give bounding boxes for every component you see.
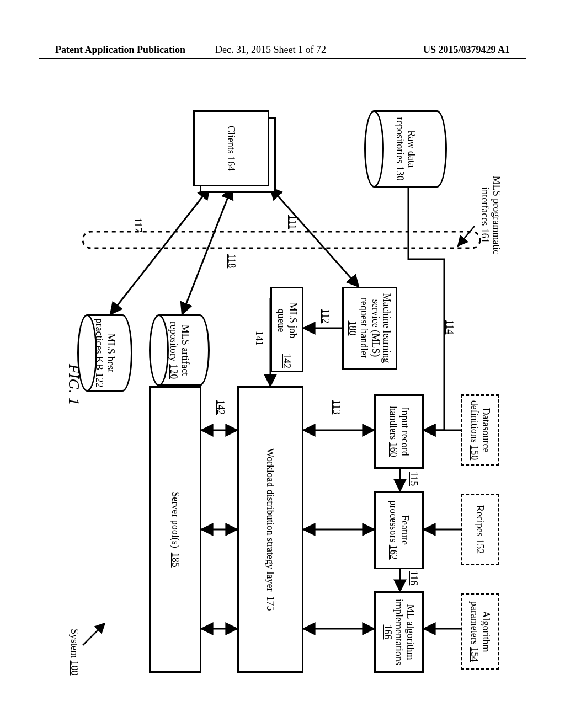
feature-proc-box: Feature processors 162 <box>374 491 424 569</box>
featproc-ref: 162 <box>388 545 399 560</box>
svg-line-2 <box>83 623 105 645</box>
svg-line-3 <box>270 188 359 287</box>
arrow-111: 111 <box>286 215 298 229</box>
mlalg-ref: 166 <box>382 625 393 640</box>
raw-data-cylinder: Raw data repositories 130 <box>364 110 447 188</box>
recipes-ref: 152 <box>475 539 486 554</box>
inrec-l1: Input record <box>399 407 411 456</box>
job-queue-box: MLS job queue 142 <box>270 287 303 372</box>
workload-layer-box: Workload distribution strategy layer 175 <box>237 386 303 673</box>
raw-data-label2: repositories <box>395 117 406 163</box>
algparams-ref: 154 <box>469 647 480 662</box>
inrec-ref: 160 <box>388 442 399 457</box>
arrow-113: 113 <box>331 400 342 414</box>
header-publication: Patent Application Publication <box>55 44 185 56</box>
arrow-116: 116 <box>408 571 419 585</box>
svg-line-4 <box>182 188 232 314</box>
serverpool-label: Server pool(s) <box>169 491 181 548</box>
artifact-ref: 120 <box>168 364 179 379</box>
clients-stack: Clients 164 <box>193 110 276 193</box>
interfaces-label-line2: interfaces <box>479 187 491 226</box>
workload-label: Workload distribution strategy layer <box>265 448 276 592</box>
datasource-l1: Datasource <box>480 408 492 453</box>
raw-data-label1: Raw data <box>406 130 417 167</box>
bestpr-l1: MLS best <box>105 334 116 373</box>
request-handler-ref: 180 <box>347 321 359 336</box>
inrec-l2: handlers <box>388 406 399 440</box>
datasource-box: Datasource definitions 150 <box>461 394 499 466</box>
featproc-l2: processors <box>388 500 399 542</box>
raw-data-ref: 130 <box>395 166 406 181</box>
arrow-142: 142 <box>215 400 226 415</box>
interfaces-label: MLS programmatic interfaces 161 <box>479 160 502 270</box>
request-handler-l3: request handler <box>358 298 370 358</box>
featproc-l1: Feature <box>399 515 411 545</box>
arrow-114: 114 <box>444 320 455 334</box>
mlalg-l2: implementations <box>393 599 405 665</box>
header-pubnumber: US 2015/0379429 A1 <box>423 44 510 56</box>
artifact-l1: MLS artifact <box>179 325 191 376</box>
best-practices-cylinder: MLS best practices KB 122 <box>77 314 132 392</box>
figure-label: FIG. 1 <box>65 364 83 405</box>
artifact-l2: repository <box>168 322 179 362</box>
algparams-l1: Algorithm <box>480 611 492 652</box>
input-record-box: Input record handlers 160 <box>374 394 424 469</box>
header-rule <box>39 58 526 59</box>
interfaces-ref: 161 <box>479 228 491 243</box>
svg-line-5 <box>110 188 210 314</box>
workload-ref: 175 <box>265 596 276 611</box>
arrow-115: 115 <box>408 472 419 486</box>
mlalg-l1: ML algorithm <box>404 604 416 660</box>
svg-rect-0 <box>83 232 480 248</box>
svg-line-1 <box>458 226 475 246</box>
algparams-box: Algorithm parameters 154 <box>461 593 499 670</box>
arrow-117: 117 <box>132 218 143 232</box>
artifact-repo-cylinder: MLS artifact repository 120 <box>149 314 210 386</box>
header-date-sheet: Dec. 31, 2015 Sheet 1 of 72 <box>215 44 326 56</box>
arrow-141: 141 <box>253 331 265 346</box>
datasource-ref: 150 <box>469 445 480 460</box>
request-handler-l2: service (MLS) <box>370 299 381 357</box>
clients-ref: 164 <box>226 156 237 171</box>
serverpool-ref: 185 <box>169 553 181 568</box>
request-handler-l1: Machine learning <box>381 293 393 363</box>
arrow-112: 112 <box>319 309 331 323</box>
recipes-box: Recipes 152 <box>461 494 499 565</box>
datasource-l2: definitions <box>469 400 480 443</box>
recipes-label: Recipes <box>475 505 486 537</box>
clients-label: Clients <box>226 126 237 154</box>
job-queue-label: MLS job queue <box>275 291 298 350</box>
server-pool-box: Server pool(s) 185 <box>149 386 201 673</box>
bestpr-ref: 122 <box>94 372 105 387</box>
ml-algorithm-box: ML algorithm implementations 166 <box>374 591 424 673</box>
system-label-text: System <box>69 629 80 658</box>
arrow-118: 118 <box>226 254 237 268</box>
request-handler-box: Machine learning service (MLS) request h… <box>342 287 397 370</box>
job-queue-ref: 142 <box>281 354 293 368</box>
system-ref: 100 <box>69 661 80 676</box>
system-label: System 100 <box>68 629 80 676</box>
interfaces-label-line1: MLS programmatic <box>491 176 502 254</box>
algparams-l2: parameters <box>469 601 480 645</box>
